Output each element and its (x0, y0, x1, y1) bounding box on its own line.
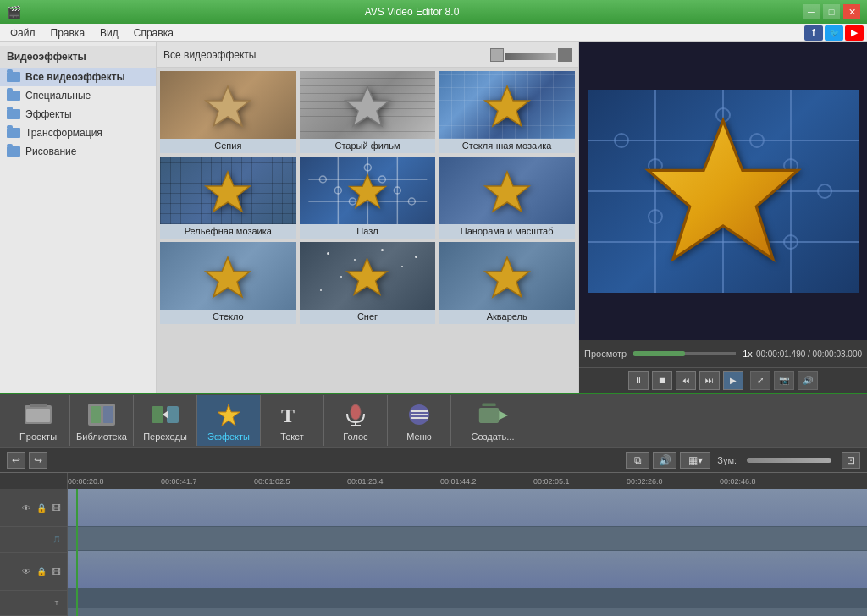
svg-rect-46 (152, 406, 163, 423)
extra-controls: ⤢ 📷 🔊 (750, 371, 818, 390)
effects-icon (213, 399, 244, 430)
menu-help[interactable]: Справка (127, 25, 180, 41)
menu-file[interactable]: Файл (3, 25, 42, 41)
minimize-button[interactable]: ─ (803, 4, 820, 19)
effects-scroll[interactable]: Сепия Старый фильм (157, 68, 578, 393)
tool-voice[interactable]: Голос (324, 395, 388, 446)
close-button[interactable]: ✕ (843, 4, 860, 19)
ruler-mark-0: 00:00:20.8 (68, 477, 104, 486)
svg-rect-60 (482, 404, 495, 407)
svg-marker-2 (485, 86, 529, 126)
fit-timeline-button[interactable]: ⊡ (842, 452, 860, 469)
track-type-button[interactable]: ▦▾ (680, 452, 710, 469)
play-button[interactable]: ▶ (723, 371, 743, 390)
window-controls: ─ □ ✕ (803, 4, 860, 19)
sidebar-item-special[interactable]: Специальные (0, 86, 156, 105)
menu-view[interactable]: Вид (93, 25, 125, 41)
tracks-content[interactable] (68, 489, 867, 616)
tool-effects[interactable]: Эффекты (197, 395, 261, 446)
effect-label-watercolor: Акварель (439, 310, 575, 324)
effect-label-oldfilm: Старый фильм (300, 139, 436, 153)
pause-button[interactable]: ⏸ (628, 371, 649, 390)
split-button[interactable]: ⧉ (626, 452, 649, 469)
effect-watercolor[interactable]: Акварель (439, 242, 575, 324)
effect-puzzle[interactable]: Пазл (300, 157, 436, 239)
redo-button[interactable]: ↪ (29, 452, 47, 469)
view-slider[interactable] (505, 53, 556, 60)
star-icon-snow (344, 255, 390, 297)
effect-relief[interactable]: Рельефная мозаика (160, 157, 296, 239)
svg-rect-41 (26, 409, 50, 422)
volume-timeline-button[interactable]: 🔊 (653, 452, 676, 469)
stop-button[interactable]: ⏹ (652, 371, 672, 390)
effect-snow[interactable]: Снег (300, 242, 436, 324)
sidebar-label-draw: Рисование (25, 146, 76, 157)
preview-screen (579, 42, 867, 340)
next-button[interactable]: ⏭ (699, 371, 720, 390)
effect-thumb-glass (439, 71, 575, 139)
track-eye-button-2[interactable]: 👁 (19, 564, 33, 578)
track-lock-button[interactable]: 🔒 (35, 501, 48, 514)
sidebar-label-special: Специальные (25, 90, 91, 102)
effect-thumb-sepia (160, 71, 296, 139)
track-film-button[interactable]: 🎞 (50, 501, 64, 514)
view-small-btn[interactable] (490, 48, 504, 62)
tool-library-label: Библиотека (76, 432, 127, 442)
svg-marker-48 (163, 410, 168, 419)
tool-text[interactable]: T Текст (261, 395, 324, 446)
effect-glass-mosaic[interactable]: Стеклянная мозаика (439, 71, 575, 153)
tool-voice-label: Голос (343, 432, 367, 442)
effect-label-puzzle: Пазл (300, 224, 436, 239)
sidebar-item-transform[interactable]: Трансформация (0, 124, 156, 142)
tool-library[interactable]: Библиотека (70, 395, 134, 446)
effect-thumb-puzzle (300, 157, 436, 224)
svg-marker-17 (349, 174, 385, 207)
ruler-mark-1: 00:00:41.7 (161, 477, 197, 486)
svg-marker-3 (206, 172, 250, 212)
snapshot-button[interactable]: 📷 (774, 371, 794, 390)
view-large-btn[interactable] (558, 48, 572, 62)
tool-projects[interactable]: Проекты (7, 395, 70, 446)
playhead (76, 489, 78, 616)
fullscreen-button[interactable]: ⤢ (750, 371, 770, 390)
track-row-video (68, 489, 867, 527)
effect-panorama[interactable]: Панорама и масштаб (439, 157, 575, 239)
twitter-icon[interactable]: 🐦 (825, 25, 843, 41)
effect-oldfilm[interactable]: Старый фильм (300, 71, 436, 153)
menu-icon (404, 399, 434, 430)
preview-time: 00:00:01.490 / 00:00:03.000 (756, 349, 862, 359)
facebook-icon[interactable]: f (804, 25, 823, 41)
effect-thumb-watercolor (439, 242, 575, 310)
preview-speed: 1x (743, 349, 753, 359)
tool-menu[interactable]: Меню (388, 395, 451, 446)
star-icon-puzzle (346, 171, 389, 210)
tool-create[interactable]: Создать... (455, 395, 531, 446)
timeline-tracks: 👁 🔒 🎞 🎵 👁 🔒 🎞 T (0, 489, 867, 616)
preview-progress-slider[interactable] (633, 352, 736, 355)
zoom-slider[interactable] (747, 458, 831, 463)
svg-marker-49 (218, 404, 240, 426)
youtube-icon[interactable]: ▶ (845, 25, 864, 41)
folder-icon-2 (7, 91, 20, 101)
track-ctrl-text: T (0, 591, 67, 616)
track-film-button-2[interactable]: 🎞 (50, 564, 64, 578)
sidebar-header: Видеоэффекты (0, 46, 156, 68)
timeline-left-controls (0, 473, 68, 489)
sidebar-item-draw[interactable]: Рисование (0, 142, 156, 161)
undo-button[interactable]: ↩ (7, 452, 25, 469)
effect-sepia[interactable]: Сепия (160, 71, 296, 153)
create-icon (478, 399, 508, 430)
volume-button[interactable]: 🔊 (798, 371, 818, 390)
svg-rect-44 (91, 406, 101, 423)
tool-transitions-label: Переходы (143, 432, 187, 442)
menu-edit[interactable]: Правка (44, 25, 92, 41)
sidebar-item-effects[interactable]: Эффекты (0, 105, 156, 124)
track-eye-button[interactable]: 👁 (19, 501, 33, 514)
maximize-button[interactable]: □ (823, 4, 840, 19)
sidebar-item-all-effects[interactable]: Все видеоэффекты (0, 68, 156, 86)
prev-button[interactable]: ⏮ (676, 371, 696, 390)
effect-glass[interactable]: Стекло (160, 242, 296, 324)
track-lock-button-2[interactable]: 🔒 (35, 564, 48, 578)
svg-marker-20 (347, 259, 387, 295)
tool-transitions[interactable]: Переходы (134, 395, 197, 446)
